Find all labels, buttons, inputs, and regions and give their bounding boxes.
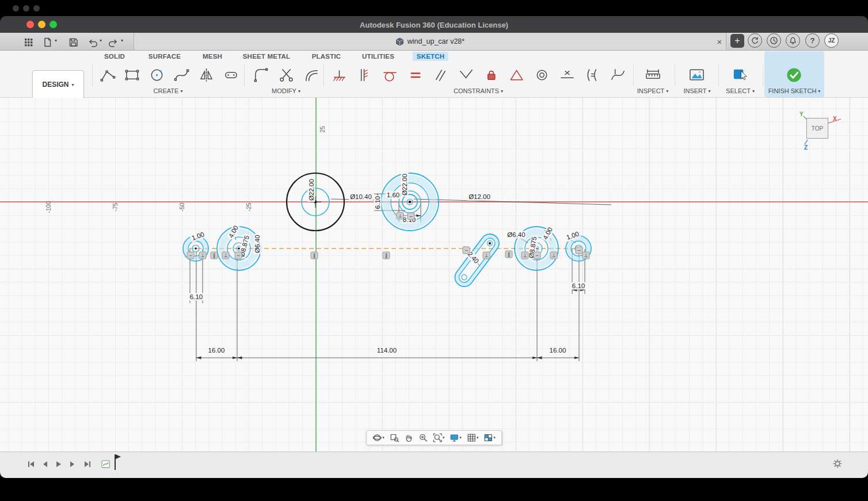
select-tool-button[interactable] <box>729 64 750 85</box>
perpendicular-constraint-badge-icon[interactable]: ⊥ <box>521 252 529 259</box>
dimension-label[interactable]: 1.60 <box>386 192 401 199</box>
perpendicular-constraint-button[interactable] <box>455 64 476 85</box>
sketch-canvas[interactable] <box>0 98 868 452</box>
notifications-button[interactable] <box>786 33 800 48</box>
midpoint-constraint-button[interactable] <box>557 64 577 85</box>
zoom-button[interactable] <box>417 432 429 443</box>
close-tab-button[interactable]: × <box>713 35 726 48</box>
document-tab[interactable]: wind_up_car v28* <box>134 33 726 50</box>
fit-button[interactable]: ▾ <box>431 432 447 443</box>
spline-tool-button[interactable] <box>171 64 192 85</box>
measure-tool-button[interactable] <box>642 64 663 85</box>
dimension-label[interactable]: Ø6.40 <box>254 234 261 254</box>
chevron-down-icon[interactable]: ▾ <box>55 38 57 43</box>
save-button[interactable] <box>66 35 80 49</box>
line-tool-button[interactable] <box>97 64 118 85</box>
window-minimize-button[interactable] <box>38 21 45 28</box>
fillet-tool-button[interactable] <box>250 64 271 85</box>
ribbon-tab-sketch[interactable]: SKETCH <box>413 52 448 61</box>
parallel-constraint-badge-icon[interactable]: ∥ <box>211 252 218 259</box>
job-status-button[interactable] <box>767 33 781 48</box>
model-viewport[interactable]: Ø22.00Ø10.40Ø22.006.101.608.10Ø12.001.00… <box>0 98 868 452</box>
sync-status-button[interactable] <box>748 33 762 48</box>
equal-constraint-button[interactable] <box>582 64 603 85</box>
dimension-label[interactable]: Ø6.40 <box>506 231 526 239</box>
dimension-label[interactable]: 6.10 <box>571 282 586 290</box>
view-cube-top-face[interactable]: TOP <box>806 118 828 139</box>
dimension-label[interactable]: Ø10.40 <box>349 193 373 201</box>
modify-group-menu[interactable]: MODIFY ▾ <box>272 87 300 94</box>
window-zoom-button[interactable] <box>50 21 57 28</box>
coincident-constraint-button[interactable] <box>329 64 349 85</box>
ribbon-tab-plastic[interactable]: PLASTIC <box>308 52 345 61</box>
dimension-label[interactable]: Ø22.00 <box>401 173 409 197</box>
symmetry-constraint-button[interactable] <box>506 64 527 85</box>
horizontal-constraint-badge-icon[interactable]: – <box>235 252 242 259</box>
dimension-label[interactable]: 16.00 <box>207 347 226 354</box>
look-at-button[interactable] <box>388 432 401 443</box>
constraints-group-menu[interactable]: CONSTRAINTS ▾ <box>454 87 503 94</box>
window-close-button[interactable] <box>26 21 34 28</box>
origin-axes[interactable] <box>0 98 868 452</box>
perpendicular-constraint-badge-icon[interactable]: ⊥ <box>550 252 558 259</box>
perpendicular-constraint-badge-icon[interactable]: ⊥ <box>199 252 207 259</box>
dimension-label[interactable]: Ø22.00 <box>308 178 315 202</box>
ribbon-tab-solid[interactable]: SOLID <box>100 52 129 61</box>
dimension-label[interactable]: 6.10 <box>189 293 204 301</box>
file-menu-button[interactable] <box>40 35 54 49</box>
dimension-label[interactable]: 114.00 <box>376 347 398 354</box>
orbit-button[interactable]: ▾ <box>371 432 386 443</box>
insert-image-button[interactable] <box>686 64 707 85</box>
help-button[interactable]: ? <box>805 33 820 48</box>
timeline-skip-end-button[interactable] <box>82 459 93 469</box>
dimension-label[interactable]: 6.10 <box>374 195 382 210</box>
app-grid-button[interactable] <box>21 35 35 49</box>
slot-tool-button[interactable] <box>220 64 241 85</box>
ribbon-tab-mesh[interactable]: MESH <box>199 52 226 61</box>
perpendicular-constraint-badge-icon[interactable]: ⊥ <box>483 252 490 259</box>
redo-button[interactable] <box>106 35 120 49</box>
perpendicular-constraint-badge-icon[interactable]: ⊥ <box>397 212 404 220</box>
tangent-constraint-button[interactable] <box>379 64 400 85</box>
mirror-tool-button[interactable] <box>196 64 216 85</box>
grid-snap-button[interactable]: ▾ <box>465 432 481 443</box>
new-tab-button[interactable]: + <box>730 34 744 48</box>
parallel-constraint-badge-icon[interactable]: ∥ <box>383 252 390 259</box>
ribbon-tab-surface[interactable]: SURFACE <box>144 52 185 61</box>
chevron-down-icon[interactable]: ▾ <box>121 38 123 43</box>
circle-tool-button[interactable] <box>146 64 167 85</box>
create-group-menu[interactable]: CREATE ▾ <box>154 87 183 94</box>
workspace-selector[interactable]: DESIGN ▾ <box>32 70 84 99</box>
chevron-down-icon[interactable]: ▾ <box>100 38 102 43</box>
parallel-constraint-badge-icon[interactable]: ∥ <box>311 252 318 259</box>
timeline-sketch-feature[interactable] <box>101 459 111 469</box>
dimension-label[interactable]: 16.00 <box>549 347 568 354</box>
ribbon-tab-sheet-metal[interactable]: SHEET METAL <box>239 52 295 61</box>
fix-constraint-button[interactable] <box>481 64 501 85</box>
horizontal-constraint-badge-icon[interactable]: – <box>463 247 470 254</box>
insert-group-menu[interactable]: INSERT ▾ <box>683 87 710 94</box>
collinear-constraint-button[interactable] <box>354 64 375 85</box>
dimension-label[interactable]: Ø12.00 <box>467 193 492 201</box>
avatar[interactable]: JZ <box>824 33 839 48</box>
finish-sketch-button[interactable] <box>783 64 804 85</box>
view-cube[interactable]: Y TOP X Z <box>796 111 846 155</box>
inspect-group-menu[interactable]: INSPECT ▾ <box>637 87 669 94</box>
finish-sketch-menu[interactable]: FINISH SKETCH ▾ <box>768 87 821 94</box>
perpendicular-constraint-badge-icon[interactable]: ⊥ <box>222 252 230 259</box>
rectangle-tool-button[interactable] <box>121 64 142 85</box>
timeline-skip-start-button[interactable] <box>26 459 36 469</box>
horizontal-constraint-badge-icon[interactable]: – <box>187 252 195 259</box>
curvature-constraint-button[interactable] <box>607 64 628 85</box>
viewports-button[interactable]: ▾ <box>482 432 497 443</box>
parallel-constraint-badge-icon[interactable]: ∥ <box>505 251 513 258</box>
trim-tool-button[interactable] <box>276 64 296 85</box>
timeline-settings-button[interactable] <box>832 458 843 469</box>
timeline-play-button[interactable] <box>54 459 64 469</box>
display-settings-button[interactable]: ▾ <box>448 432 463 443</box>
concentric-constraint-button[interactable] <box>531 64 552 85</box>
pan-button[interactable] <box>402 432 415 443</box>
timeline-step-forward-button[interactable] <box>67 459 78 469</box>
horizontal-constraint-badge-icon[interactable]: – <box>534 252 541 259</box>
parallel-constraint-button[interactable] <box>430 64 451 85</box>
